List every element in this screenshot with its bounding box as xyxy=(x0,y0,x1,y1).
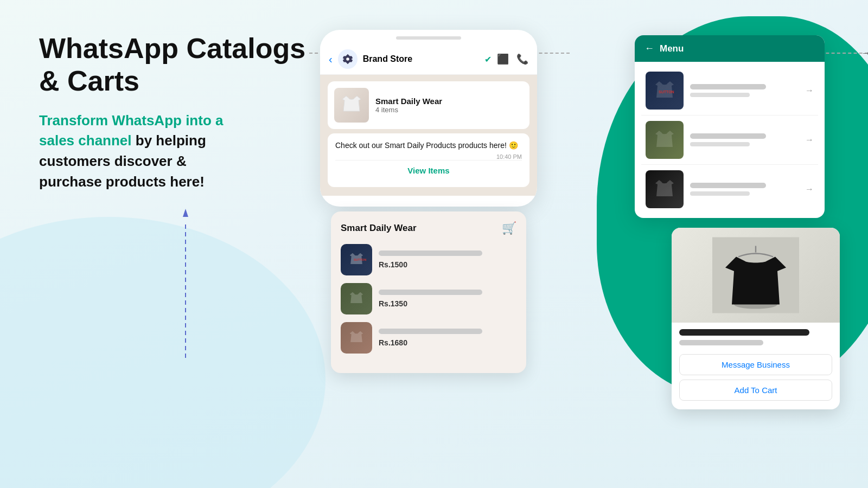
menu-item-image-1: SUTTON xyxy=(646,72,684,110)
product-price-2: Rs.1350 xyxy=(379,299,516,308)
product-item-2[interactable]: Rs.1350 xyxy=(341,283,516,314)
phone-notch xyxy=(396,36,461,40)
chat-header: ‹ Brand Store ✔ ⬛ 📞 xyxy=(320,44,537,75)
menu-header: ← Menu xyxy=(635,35,825,62)
menu-item-3[interactable]: → xyxy=(641,165,818,214)
product-image-2 xyxy=(341,283,372,314)
dashed-arrow-decoration xyxy=(131,206,240,369)
menu-body: SUTTON → → xyxy=(635,62,825,218)
product-list-card: Smart Daily Wear 🛒 SUTTON Rs.1500 xyxy=(331,211,526,373)
menu-item-tshirt-3 xyxy=(646,170,684,208)
menu-item-desc-bar-1 xyxy=(690,93,750,97)
product-detail-body: Message Business Add To Cart xyxy=(672,323,840,409)
product-name-bar-3 xyxy=(379,329,482,334)
product-price-3: Rs.1680 xyxy=(379,338,516,347)
catalog-items-count: 4 items xyxy=(375,106,442,114)
product-name-bar-1 xyxy=(379,251,482,256)
chat-store-name: Brand Store xyxy=(363,54,479,64)
menu-item-image-3 xyxy=(646,170,684,208)
menu-item-tshirt-1: SUTTON xyxy=(646,72,684,110)
menu-item-image-2 xyxy=(646,121,684,159)
catalog-card-top: Smart Daily Wear 4 items xyxy=(328,81,529,129)
chat-action-icons: ⬛ 📞 xyxy=(497,53,528,65)
menu-title: Menu xyxy=(660,43,684,54)
video-call-icon[interactable]: ⬛ xyxy=(497,53,509,65)
product-item-1[interactable]: SUTTON Rs.1500 xyxy=(341,244,516,275)
hero-subtitle: Transform WhatsApp into asales channel b… xyxy=(39,111,310,192)
product-list-header: Smart Daily Wear 🛒 xyxy=(341,221,516,235)
product-list-title: Smart Daily Wear xyxy=(341,223,417,234)
chat-body: Smart Daily Wear 4 items Check out our S… xyxy=(320,75,537,196)
add-to-cart-button[interactable]: Add To Cart xyxy=(679,380,832,401)
svg-text:SUTTON: SUTTON xyxy=(354,258,366,261)
svg-point-1 xyxy=(346,57,349,61)
menu-item-name-bar-1 xyxy=(690,84,766,89)
product-item-3[interactable]: Rs.1680 xyxy=(341,322,516,354)
menu-panel: ← Menu SUTTON → xyxy=(635,35,825,218)
arrow-right-icon: → xyxy=(861,48,868,59)
menu-item-name-bar-2 xyxy=(690,133,766,139)
product-image-1: SUTTON xyxy=(341,244,372,275)
chat-message-text: Check out our Smart Daily Products produ… xyxy=(335,140,522,151)
product-navy-tshirt: SUTTON xyxy=(341,244,372,275)
menu-item-arrow-1: → xyxy=(805,86,814,95)
product-detail-image xyxy=(672,228,840,323)
chat-message-bubble: Check out our Smart Daily Products produ… xyxy=(328,133,529,187)
product-name-bar-2 xyxy=(379,290,482,295)
menu-item-info-1 xyxy=(690,84,799,97)
svg-text:SUTTON: SUTTON xyxy=(659,90,674,94)
product-detail-actions: Message Business Add To Cart xyxy=(679,354,832,401)
menu-item-arrow-3: → xyxy=(805,184,814,194)
product-details-1: Rs.1500 xyxy=(379,251,516,269)
product-detail-card: Message Business Add To Cart xyxy=(672,228,840,409)
menu-item-desc-bar-2 xyxy=(690,142,750,146)
view-items-button[interactable]: View Items xyxy=(335,160,522,181)
message-business-button[interactable]: Message Business xyxy=(679,354,832,375)
catalog-title: Smart Daily Wear xyxy=(375,97,442,106)
chat-avatar xyxy=(338,49,358,69)
product-details-3: Rs.1680 xyxy=(379,329,516,347)
product-detail-name-bar xyxy=(679,329,809,336)
menu-item-info-2 xyxy=(690,133,799,146)
product-details-2: Rs.1350 xyxy=(379,290,516,308)
product-olive-tshirt xyxy=(341,283,372,314)
verified-badge: ✔ xyxy=(484,54,492,65)
product-detail-price-bar xyxy=(679,340,763,345)
menu-item-info-3 xyxy=(690,183,799,196)
menu-item-name-bar-3 xyxy=(690,183,766,188)
hero-text-section: WhatsApp Catalogs & Carts Transform What… xyxy=(39,33,310,192)
menu-back-button[interactable]: ← xyxy=(644,43,654,54)
product-price-1: Rs.1500 xyxy=(379,260,516,269)
product-image-3 xyxy=(341,322,372,354)
phone-chat-mockup: ‹ Brand Store ✔ ⬛ 📞 xyxy=(320,30,537,207)
menu-item-1[interactable]: SUTTON → xyxy=(641,66,818,115)
catalog-info: Smart Daily Wear 4 items xyxy=(375,97,442,114)
catalog-thumbnail xyxy=(334,88,369,123)
menu-item-tshirt-2 xyxy=(646,121,684,159)
phone-call-icon[interactable]: 📞 xyxy=(516,53,528,65)
page-title: WhatsApp Catalogs & Carts xyxy=(39,33,310,98)
cart-icon[interactable]: 🛒 xyxy=(502,221,516,235)
product-plaid-shirt xyxy=(341,322,372,354)
menu-item-arrow-2: → xyxy=(805,135,814,145)
chat-back-button[interactable]: ‹ xyxy=(329,53,333,66)
catalog-card[interactable]: Smart Daily Wear 4 items xyxy=(328,81,529,129)
menu-item-desc-bar-3 xyxy=(690,191,750,196)
menu-item-2[interactable]: → xyxy=(641,115,818,165)
chat-time: 10:40 PM xyxy=(335,153,522,160)
svg-marker-0 xyxy=(183,209,188,217)
